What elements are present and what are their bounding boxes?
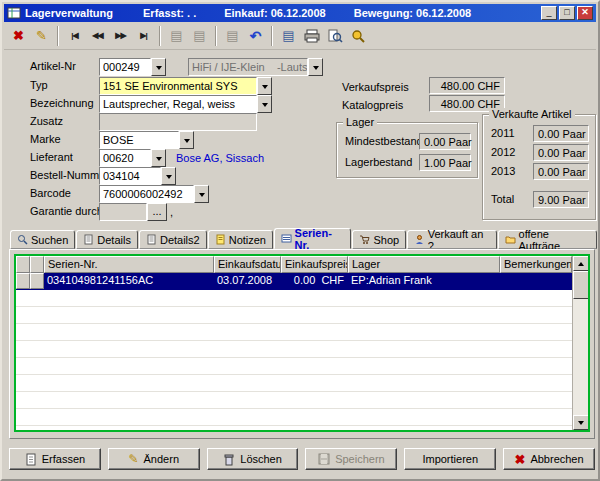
typ-input[interactable] [99, 77, 257, 95]
button-label: Ändern [144, 453, 179, 465]
row-indicator [16, 273, 30, 289]
table-row[interactable] [16, 324, 572, 341]
tab-details[interactable]: Details [76, 230, 138, 249]
prev-record-icon: ◀◀ [92, 31, 102, 40]
scroll-thumb[interactable] [573, 271, 589, 299]
artikel-nr-input[interactable] [99, 58, 151, 76]
importieren-button[interactable]: Importieren [404, 448, 496, 470]
close-button[interactable]: ✕ [577, 6, 593, 20]
artikel-nr-dropdown[interactable] [151, 58, 166, 76]
button-label: Erfassen [42, 453, 85, 465]
undo-button[interactable]: ↶ [244, 24, 267, 47]
column-header-serien-nr[interactable]: Serien-Nr. [44, 256, 214, 273]
scroll-up-button[interactable] [573, 256, 589, 271]
person-icon [414, 234, 425, 245]
artikel-nr-label: Artikel-Nr [30, 58, 76, 75]
column-header[interactable] [30, 256, 44, 273]
speichern-button[interactable]: Speichern [305, 448, 397, 470]
tab-offene-auftraege[interactable]: offene Aufträge [498, 230, 597, 249]
toolbar-separator [215, 26, 217, 46]
new-document-icon [25, 453, 37, 466]
list-icon [281, 233, 292, 244]
verkaufte-artikel-groupbox: Verkaufte Artikel 2011 0.00 Paar 2012 0.… [482, 114, 596, 220]
zusatz-input[interactable] [99, 113, 257, 131]
search-button[interactable] [346, 24, 369, 47]
chevron-down-icon [184, 139, 190, 146]
column-header-einkaufsdatum[interactable]: Einkaufsdatum [214, 256, 281, 273]
aendern-button[interactable]: ✎ Ändern [108, 448, 200, 470]
table-row[interactable] [16, 375, 572, 392]
button-label: Löschen [240, 453, 282, 465]
column-header-lager[interactable]: Lager [348, 256, 500, 273]
column-header-bemerkungen[interactable]: Bemerkungen [500, 256, 572, 273]
jahr-2013-value: 0.00 Paar [533, 163, 589, 180]
scroll-track[interactable] [573, 299, 588, 415]
garantie-ellipsis-button[interactable]: ... [147, 203, 167, 221]
erfassen-button[interactable]: Erfassen [9, 448, 101, 470]
marke-input[interactable] [99, 131, 179, 149]
bezeichnung-input[interactable] [99, 95, 257, 113]
action-button-bar: Erfassen ✎ Ändern Löschen Speichern Impo… [9, 448, 595, 472]
tab-suchen[interactable]: Suchen [10, 230, 75, 249]
marke-dropdown[interactable] [179, 131, 194, 149]
tab-details2[interactable]: Details2 [139, 230, 207, 249]
tab-label: Details [97, 234, 131, 246]
typ-dropdown[interactable] [257, 77, 272, 95]
jahr-2012-label: 2012 [491, 144, 515, 161]
chevron-down-icon [262, 103, 268, 110]
table-row[interactable] [16, 409, 572, 426]
category-dropdown[interactable] [308, 58, 323, 76]
lagerbestand-value: 1.00 Paar [419, 154, 471, 171]
report-button[interactable]: ▤ [277, 24, 300, 47]
lieferant-input[interactable] [99, 149, 151, 167]
preview-button[interactable] [323, 24, 346, 47]
table-row[interactable] [16, 341, 572, 358]
minimize-button[interactable]: _ [541, 6, 557, 20]
category-combo[interactable]: HiFi / IJE-Klein -Lautsprecher [188, 58, 308, 76]
printer-icon [304, 28, 320, 44]
abbrechen-button[interactable]: ✖ Abbrechen [503, 448, 595, 470]
cell-einkaufspreis: 0.00 CHF [281, 273, 348, 289]
garantie-input[interactable] [99, 203, 147, 221]
table-row[interactable] [16, 392, 572, 409]
copy-icon: ▤ [170, 28, 182, 43]
nav-prev-button[interactable]: ◀◀ [86, 24, 109, 47]
titlebar[interactable]: Lagerverwaltung Erfasst: . . Einkauf: 06… [4, 4, 596, 22]
tab-serien-nr[interactable]: Serien-Nr. [274, 228, 351, 249]
cancel-icon: ✖ [514, 452, 525, 467]
vertical-scrollbar[interactable] [572, 256, 588, 430]
cancel-icon: ✖ [13, 28, 24, 43]
nav-next-button[interactable]: ▶▶ [109, 24, 132, 47]
print-button[interactable] [300, 24, 323, 47]
column-header[interactable] [16, 256, 30, 273]
barcode-input[interactable] [99, 185, 194, 203]
tab-notizen[interactable]: Notizen [208, 230, 273, 249]
table-row[interactable] [16, 290, 572, 307]
sheet-button[interactable]: ▤ [221, 24, 244, 47]
copy-button[interactable]: ▤ [165, 24, 188, 47]
cancel-button[interactable]: ✖ [7, 24, 30, 47]
loeschen-button[interactable]: Löschen [207, 448, 299, 470]
tab-shop[interactable]: Shop [352, 230, 406, 249]
garantie-label: Garantie durch [30, 203, 103, 220]
table-row[interactable] [16, 426, 572, 430]
nav-first-button[interactable]: |◀ [63, 24, 86, 47]
nav-last-button[interactable]: ▶| [132, 24, 155, 47]
tab-verkauft-an[interactable]: Verkauft an ? [407, 230, 497, 249]
table-row[interactable] [16, 358, 572, 375]
bestell-nummer-input[interactable] [99, 167, 161, 185]
table-row-selected[interactable]: 034104981241156AC 03.07.2008 0.00 CHF EP… [16, 273, 572, 290]
paste-button[interactable]: ▤ [188, 24, 211, 47]
bezeichnung-dropdown[interactable] [257, 95, 272, 113]
tab-label: Verkauft an ? [428, 228, 490, 252]
bestell-nummer-dropdown[interactable] [161, 167, 176, 185]
column-header-einkaufspreis[interactable]: Einkaufspreis [281, 256, 348, 273]
table-row[interactable] [16, 307, 572, 324]
scroll-down-button[interactable] [573, 415, 589, 430]
last-record-icon: ▶| [140, 31, 146, 40]
edit-button[interactable]: ✎ [30, 24, 53, 47]
lieferant-dropdown[interactable] [151, 149, 166, 167]
chevron-down-icon [156, 157, 162, 164]
maximize-button[interactable]: □ [559, 6, 575, 20]
barcode-dropdown[interactable] [194, 185, 209, 203]
